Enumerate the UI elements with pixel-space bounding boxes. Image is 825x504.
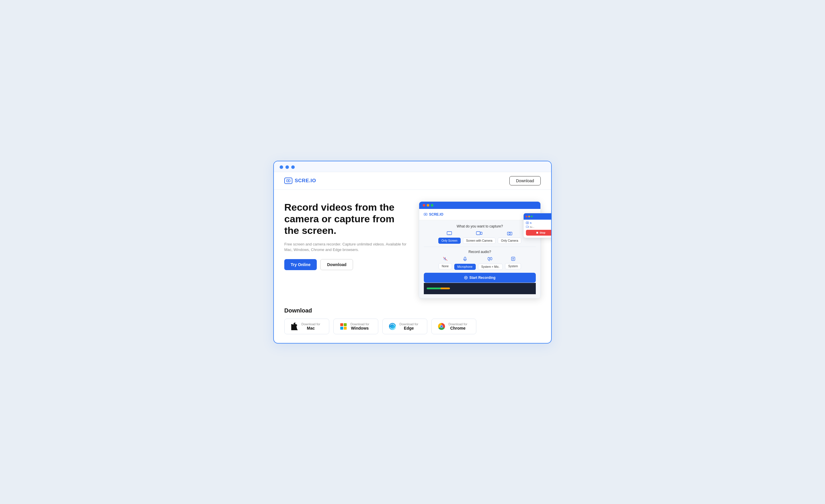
svg-rect-15 [511, 257, 515, 261]
site-header: SCRE.IO Download [274, 172, 551, 190]
sec-screen-option: Sc... [526, 226, 552, 228]
download-edge-button[interactable]: Download for Edge [382, 318, 427, 334]
download-buttons: Download for Mac Download for Windows [284, 318, 541, 334]
stop-icon [536, 231, 538, 234]
try-online-button[interactable]: Try Online [284, 259, 317, 270]
window-dot-green [291, 165, 295, 169]
capture-title: What do you want to capture? [424, 224, 536, 228]
capture-option-screen: Only Screen [438, 231, 461, 244]
capture-options: Only Screen Screen with Camera [424, 231, 536, 244]
windows-download-for: Download for [351, 322, 369, 326]
windows-icon [340, 322, 348, 331]
apple-icon [290, 322, 299, 331]
svg-point-16 [513, 258, 514, 260]
hero-section: Record videos from the camera or capture… [284, 201, 408, 270]
win-quad-2 [344, 323, 347, 326]
svg-point-20 [527, 223, 528, 223]
sec-screen-label: Sc... [530, 226, 534, 228]
svg-rect-21 [526, 226, 528, 228]
system-mic-button[interactable]: System + Mic. [478, 264, 503, 270]
mockup-main-window: SCRE.IO ≡ What do you want to capture? [419, 201, 541, 299]
browser-titlebar [274, 161, 551, 172]
start-recording-label: Start Recording [469, 276, 496, 280]
svg-rect-23 [536, 232, 538, 233]
only-camera-button[interactable]: Only Camera [498, 238, 521, 244]
screen-icon [447, 231, 452, 236]
win-quad-4 [344, 327, 347, 330]
sec-dot-red [526, 216, 527, 217]
start-recording-button[interactable]: Start Recording [424, 273, 536, 283]
microphone-icon [463, 257, 467, 262]
system-audio-icon [511, 257, 515, 262]
svg-rect-6 [476, 231, 480, 235]
hero-title: Record videos from the camera or capture… [284, 201, 408, 236]
capture-option-screen-camera: Screen with Camera [463, 231, 496, 244]
hero-description: Free screen and camera recorder. Capture… [284, 241, 408, 253]
mockup-secondary-window: S Sc... Stop [523, 213, 552, 238]
windows-download-name: Windows [351, 326, 369, 331]
audio-option-mic: Microphone [454, 257, 476, 270]
audio-option-none: None [439, 257, 452, 270]
browser-window: SCRE.IO Download Record videos from the … [273, 161, 552, 344]
mac-download-text: Download for Mac [301, 322, 320, 331]
chrome-download-text: Download for Chrome [448, 322, 467, 331]
mute-icon [443, 257, 448, 262]
sec-dot-green [531, 216, 533, 217]
svg-rect-11 [464, 257, 466, 260]
mac-download-name: Mac [301, 326, 320, 331]
capture-option-camera: Only Camera [498, 231, 521, 244]
none-audio-button[interactable]: None [439, 263, 452, 269]
window-dot-red [280, 165, 283, 169]
download-windows-button[interactable]: Download for Windows [333, 318, 378, 334]
only-screen-button[interactable]: Only Screen [438, 238, 461, 244]
audio-title: Record audio? [424, 250, 536, 254]
mockup-titlebar [419, 202, 540, 209]
site-logo: SCRE.IO [284, 177, 316, 184]
hero-actions: Try Online Download [284, 259, 408, 270]
chrome-download-for: Download for [448, 322, 467, 326]
win-quad-1 [340, 323, 343, 326]
svg-rect-13 [488, 258, 490, 260]
chrome-icon [438, 322, 446, 331]
capture-section: What do you want to capture? Only Screen [424, 224, 536, 244]
svg-rect-22 [528, 226, 529, 227]
svg-rect-4 [447, 231, 452, 235]
mockup-dot-yellow [427, 204, 429, 207]
microphone-button[interactable]: Microphone [454, 264, 476, 270]
audio-option-system: System [505, 257, 521, 270]
record-icon [464, 276, 468, 279]
system-mic-icon [487, 257, 493, 262]
mockup-secondary-titlebar [524, 213, 552, 220]
audio-option-system-mic: System + Mic. [478, 257, 503, 270]
screen-with-camera-button[interactable]: Screen with Camera [463, 238, 496, 244]
download-button[interactable]: Download [320, 259, 353, 270]
mockup-logo-text: SCRE.IO [429, 212, 443, 216]
edge-download-text: Download for Edge [399, 322, 418, 331]
download-section: Download Download for Mac [274, 307, 551, 343]
windows-download-text: Download for Windows [351, 322, 369, 331]
main-content: Record videos from the camera or capture… [274, 190, 551, 307]
screen-camera-icon [476, 231, 482, 236]
chrome-blue-center [440, 325, 443, 328]
sec-logo: S [526, 222, 552, 224]
stop-button[interactable]: Stop [526, 230, 552, 236]
svg-rect-14 [490, 258, 492, 260]
mockup-dot-green [431, 204, 433, 207]
app-mockup: SCRE.IO ≡ What do you want to capture? [419, 201, 541, 299]
download-mac-button[interactable]: Download for Mac [284, 318, 329, 334]
win-quad-3 [340, 327, 343, 330]
system-button[interactable]: System [505, 263, 521, 269]
preview-waveform [427, 288, 450, 289]
chrome-ring [438, 323, 445, 330]
logo-text: SCRE.IO [295, 178, 316, 184]
mockup-body: What do you want to capture? Only Screen [419, 220, 540, 298]
svg-point-3 [425, 214, 426, 215]
windows-grid-icon [340, 323, 347, 330]
download-chrome-button[interactable]: Download for Chrome [431, 318, 476, 334]
header-download-button[interactable]: Download [509, 176, 541, 186]
mockup-logo: SCRE.IO [424, 212, 443, 216]
svg-point-9 [509, 233, 511, 234]
mockup-app-header: SCRE.IO ≡ [419, 209, 540, 220]
stop-label: Stop [539, 231, 545, 234]
logo-icon [284, 177, 292, 184]
